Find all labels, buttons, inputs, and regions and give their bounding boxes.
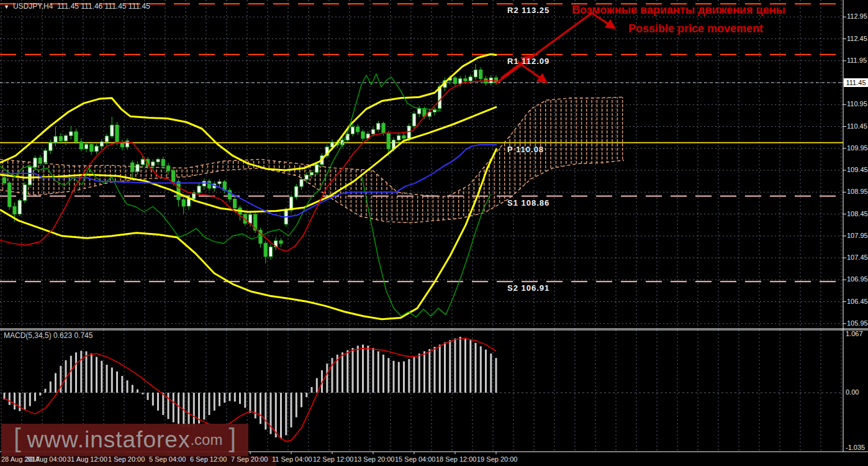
macd-bar <box>459 337 461 393</box>
macd-bar <box>434 347 436 393</box>
macd-bar <box>224 393 225 403</box>
macd-bar <box>101 361 102 393</box>
macd-bar <box>291 393 292 427</box>
macd-bar <box>357 345 359 393</box>
macd-bar <box>173 393 174 423</box>
macd-bar <box>280 393 282 439</box>
macd-bar <box>14 393 16 409</box>
macd-bar <box>454 339 456 393</box>
macd-bar <box>39 393 41 396</box>
macd-bar <box>285 393 287 435</box>
macd-bar <box>341 352 343 393</box>
macd-bar <box>75 352 77 393</box>
macd-bar <box>408 359 410 393</box>
macd-bar <box>449 340 451 393</box>
macd-bar <box>34 393 36 401</box>
macd-bar <box>305 393 307 397</box>
macd-bar <box>188 393 190 427</box>
macd-bar <box>234 393 236 401</box>
macd-bar <box>439 345 441 393</box>
macd-bar <box>9 393 11 405</box>
macd-bar <box>362 345 364 393</box>
macd-bar <box>480 346 482 393</box>
mt4-chart-window: ▼USDJPY,H4 111.45 111.46 111.45 111.45 M… <box>0 0 868 466</box>
macd-bar <box>373 348 374 393</box>
chart-canvas[interactable] <box>0 0 868 466</box>
macd-bar <box>193 393 195 426</box>
macd-bar <box>418 354 420 393</box>
macd-bar <box>464 338 466 393</box>
macd-bar <box>490 354 492 393</box>
macd-bar <box>475 343 477 393</box>
macd-bar <box>423 351 425 393</box>
macd-bar <box>367 345 369 393</box>
macd-bar <box>219 393 220 406</box>
macd-bar <box>116 372 118 393</box>
macd-bar <box>29 393 31 406</box>
macd-bar <box>121 376 123 393</box>
line-bb_upper <box>0 54 497 170</box>
macd-bar <box>132 385 133 393</box>
macd-bar <box>444 342 446 393</box>
macd-bar <box>332 358 333 393</box>
macd-bar <box>301 393 302 407</box>
annotation-arrow[interactable] <box>592 13 613 27</box>
macd-bar <box>157 393 159 411</box>
macd-bar <box>55 373 57 393</box>
macd-bar <box>86 351 88 393</box>
macd-bar <box>142 393 143 395</box>
macd-bar <box>96 357 97 393</box>
macd-bar <box>19 393 20 411</box>
macd-bar <box>24 393 26 409</box>
macd-bar <box>346 350 348 393</box>
macd-bar <box>469 340 471 393</box>
macd-bar <box>203 393 205 419</box>
macd-bar <box>147 393 149 400</box>
macd-bar <box>50 381 52 393</box>
macd-bar <box>428 349 430 393</box>
macd-bar <box>239 393 241 404</box>
macd-bar <box>45 389 47 393</box>
macd-signal-line <box>4 339 496 442</box>
macd-bar <box>80 351 82 393</box>
annotation-arrow[interactable] <box>496 13 592 83</box>
macd-bar <box>70 356 72 393</box>
macd-bar <box>260 393 261 424</box>
macd-bar <box>178 393 179 425</box>
macd-bar <box>106 365 108 393</box>
macd-bar <box>311 387 313 393</box>
macd-bar <box>398 362 400 393</box>
macd-bar <box>127 380 129 393</box>
macd-bar <box>91 354 93 393</box>
macd-bar <box>326 363 328 393</box>
macd-bar <box>387 358 389 393</box>
macd-bar <box>495 358 497 393</box>
macd-bar <box>414 357 415 393</box>
macd-bar <box>264 393 266 429</box>
macd-bar <box>168 393 170 419</box>
macd-bar <box>214 393 215 411</box>
macd-bar <box>275 393 277 437</box>
macd-bar <box>393 361 395 393</box>
macd-bar <box>403 362 405 393</box>
macd-bar <box>270 393 272 434</box>
macd-bar <box>244 393 246 408</box>
macd-bar <box>485 350 487 393</box>
macd-bar <box>229 393 231 401</box>
macd-bar <box>209 393 210 415</box>
annotation-arrow[interactable] <box>515 60 545 81</box>
macd-bar <box>377 351 379 393</box>
macd-bar <box>162 393 164 415</box>
macd-bar <box>250 393 251 413</box>
macd-bar <box>296 393 297 418</box>
macd-bar <box>382 355 384 393</box>
macd-bar <box>352 348 354 393</box>
macd-bar <box>255 393 256 418</box>
macd-bar <box>111 368 113 393</box>
macd-bar <box>316 378 318 393</box>
macd-bar <box>137 390 138 393</box>
macd-bar <box>152 393 154 406</box>
